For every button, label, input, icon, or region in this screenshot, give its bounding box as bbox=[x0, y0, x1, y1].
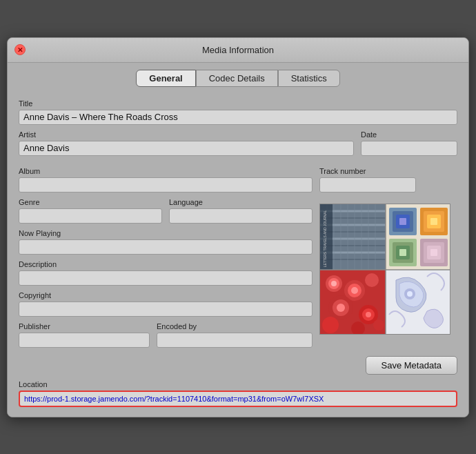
svg-rect-27 bbox=[430, 218, 437, 225]
album-art: LETTERS TRAVELS AND JOURNAL bbox=[319, 204, 450, 335]
description-label: Description bbox=[19, 260, 313, 268]
svg-point-52 bbox=[373, 319, 384, 330]
close-button[interactable]: ✕ bbox=[14, 44, 26, 55]
language-label: Language bbox=[169, 198, 313, 206]
date-col: Date bbox=[361, 130, 457, 161]
right-panel: Track number bbox=[319, 167, 457, 351]
album-input[interactable] bbox=[19, 177, 313, 193]
artist-col: Artist bbox=[19, 130, 354, 161]
tab-codec-details[interactable]: Codec Details bbox=[196, 70, 278, 87]
encoded-col: Encoded by bbox=[157, 322, 313, 348]
publisher-input[interactable] bbox=[19, 333, 150, 348]
copyright-input[interactable] bbox=[19, 302, 313, 317]
date-input[interactable] bbox=[361, 141, 457, 156]
svg-point-55 bbox=[407, 291, 413, 297]
language-col: Language bbox=[169, 198, 313, 224]
album-label: Album bbox=[19, 167, 313, 175]
media-information-window: ✕ Media Information General Codec Detail… bbox=[7, 37, 469, 417]
svg-text:LETTERS TRAVELS AND JOURNAL: LETTERS TRAVELS AND JOURNAL bbox=[323, 210, 327, 267]
artist-date-row: Artist Date bbox=[19, 130, 457, 161]
tab-statistics[interactable]: Statistics bbox=[278, 70, 340, 87]
title-label: Title bbox=[19, 99, 457, 108]
genre-input[interactable] bbox=[19, 208, 162, 224]
title-bar: ✕ Media Information bbox=[8, 38, 468, 63]
svg-point-43 bbox=[365, 273, 379, 287]
now-playing-label: Now Playing bbox=[19, 229, 313, 237]
svg-point-46 bbox=[337, 304, 345, 312]
date-field-group: Date bbox=[361, 130, 457, 156]
publisher-encoded-row: Publisher Encoded by bbox=[19, 322, 313, 348]
publisher-col: Publisher bbox=[19, 322, 150, 348]
title-input[interactable] bbox=[19, 110, 457, 125]
now-playing-field-group: Now Playing bbox=[19, 229, 313, 255]
encoded-by-label: Encoded by bbox=[157, 322, 313, 330]
content-area: Title Artist Date Al bbox=[8, 92, 468, 417]
copyright-label: Copyright bbox=[19, 291, 313, 299]
publisher-label: Publisher bbox=[19, 322, 150, 330]
album-track-art-row: Album Genre Language Now Playin bbox=[19, 167, 457, 351]
track-number-field-group: Track number bbox=[319, 167, 457, 193]
genre-lang-row: Genre Language bbox=[19, 198, 313, 224]
svg-point-39 bbox=[331, 281, 337, 286]
genre-label: Genre bbox=[19, 198, 162, 206]
title-field-group: Title bbox=[19, 99, 457, 125]
save-metadata-button[interactable]: Save Metadata bbox=[366, 356, 457, 375]
album-field-group: Album bbox=[19, 167, 313, 193]
location-label: Location bbox=[19, 380, 457, 388]
genre-col: Genre bbox=[19, 198, 162, 224]
tab-general[interactable]: General bbox=[136, 70, 195, 87]
window-title: Media Information bbox=[202, 45, 274, 55]
track-number-input[interactable] bbox=[319, 177, 416, 193]
svg-point-42 bbox=[351, 287, 358, 294]
date-label: Date bbox=[361, 130, 457, 139]
language-input[interactable] bbox=[169, 208, 313, 224]
copyright-field-group: Copyright bbox=[19, 291, 313, 317]
artist-input[interactable] bbox=[19, 141, 354, 156]
album-track-col: Album Genre Language Now Playin bbox=[19, 167, 313, 351]
description-field-group: Description bbox=[19, 260, 313, 286]
description-input[interactable] bbox=[19, 270, 313, 286]
svg-rect-23 bbox=[399, 218, 406, 225]
now-playing-input[interactable] bbox=[19, 239, 313, 255]
svg-rect-31 bbox=[399, 249, 406, 256]
svg-point-49 bbox=[366, 312, 371, 317]
save-btn-row: Save Metadata bbox=[19, 356, 457, 375]
artist-field-group: Artist bbox=[19, 130, 354, 156]
location-url[interactable]: https://prod-1.storage.jamendo.com/?trac… bbox=[19, 391, 457, 407]
location-section: Location https://prod-1.storage.jamendo.… bbox=[19, 380, 457, 407]
svg-point-50 bbox=[322, 317, 339, 333]
album-art-image: LETTERS TRAVELS AND JOURNAL bbox=[320, 204, 450, 335]
encoded-by-input[interactable] bbox=[157, 333, 313, 348]
svg-rect-35 bbox=[430, 249, 437, 256]
tab-bar: General Codec Details Statistics bbox=[8, 63, 468, 92]
track-number-label: Track number bbox=[319, 167, 457, 175]
artist-label: Artist bbox=[19, 130, 354, 139]
